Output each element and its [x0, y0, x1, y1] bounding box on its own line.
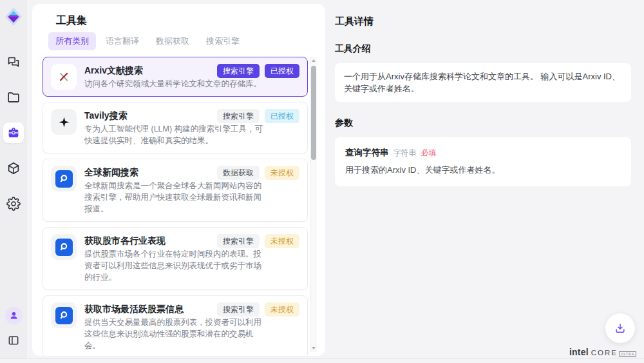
- download-icon: [614, 322, 627, 335]
- category-tab[interactable]: 语言翻译: [99, 32, 146, 50]
- search-blue-icon: [51, 166, 77, 191]
- param-name: 查询字符串: [345, 147, 389, 159]
- category-badge: 数据获取: [217, 166, 260, 180]
- collapse-sidebar-icon[interactable]: [3, 330, 24, 351]
- download-button[interactable]: [605, 313, 635, 343]
- category-badge: 搜索引擎: [217, 109, 260, 123]
- cube-icon: [6, 161, 21, 175]
- brand-intel-text: intel: [569, 347, 589, 357]
- auth-status-badge: 未授权: [265, 234, 299, 248]
- intel-core-logo: intel core ultra: [569, 347, 636, 357]
- bottom-divider: [0, 358, 644, 359]
- tool-detail-panel: 工具详情 工具介绍 一个用于从Arxiv存储库搜索科学论文和文章的工具。 输入可…: [335, 0, 631, 186]
- param-description: 用于搜索的Arxiv ID、关键字或作者姓名。: [345, 164, 621, 176]
- sidebar-item-cube[interactable]: [3, 158, 24, 179]
- chat-icon: [6, 55, 21, 69]
- tool-list-panel: 工具集 所有类别语言翻译数据获取搜索引擎 Arxiv文献搜索 访问各个研究领域大…: [32, 4, 325, 356]
- scroll-down-arrow-icon[interactable]: [310, 344, 317, 352]
- auth-status-badge: 已授权: [265, 109, 299, 123]
- category-tabs: 所有类别语言翻译数据获取搜索引擎: [48, 34, 325, 49]
- auth-status-badge: 已授权: [265, 64, 299, 78]
- auth-status-badge: 未授权: [265, 302, 299, 317]
- gear-icon: [6, 197, 21, 211]
- app-logo-icon: [4, 6, 23, 30]
- sidebar-item-chat[interactable]: [3, 52, 24, 72]
- page-title: 工具集: [32, 4, 325, 27]
- detail-title: 工具详情: [335, 15, 631, 28]
- intro-card: 一个用于从Arxiv存储库搜索科学论文和文章的工具。 输入可以是Arxiv ID…: [335, 63, 631, 102]
- tool-card[interactable]: Arxiv文献搜索 访问各个研究领域大量科学论文和文章的存储库。 搜索引擎 已授…: [43, 57, 308, 97]
- tool-card[interactable]: 获取股市各行业表现 提供股票市场各个行业在特定时间段内的表现。投资者可以利用这些…: [43, 227, 308, 290]
- category-badge: 搜索引擎: [217, 302, 260, 317]
- param-card: 查询字符串 字符串 必填 用于搜索的Arxiv ID、关键字或作者姓名。: [335, 137, 631, 186]
- brand-core-text: core: [591, 349, 618, 357]
- search-blue-icon: [51, 234, 77, 260]
- folder-icon: [6, 90, 21, 104]
- user-icon: [9, 311, 19, 320]
- tool-description: 访问各个研究领域大量科学论文和文章的存储库。: [84, 78, 263, 90]
- brand-ultra-badge: ultra: [619, 351, 636, 357]
- tool-cards-list: Arxiv文献搜索 访问各个研究领域大量科学论文和文章的存储库。 搜索引擎 已授…: [43, 57, 308, 356]
- category-tab[interactable]: 数据获取: [149, 32, 196, 50]
- category-badge: 搜索引擎: [217, 64, 260, 78]
- auth-status-badge: 未授权: [265, 166, 299, 180]
- sidebar: [0, 0, 27, 358]
- scrollbar-thumb[interactable]: [311, 66, 316, 160]
- param-type: 字符串: [393, 148, 417, 159]
- sparkle-icon: [51, 109, 77, 135]
- tool-card[interactable]: 全球新闻搜索 全球新闻搜索是一个聚合全球各大新闻网站内容的搜索引擎，帮助用户快速…: [43, 159, 308, 222]
- intro-heading: 工具介绍: [335, 43, 631, 55]
- intro-text: 一个用于从Arxiv存储库搜索科学论文和文章的工具。 输入可以是Arxiv ID…: [344, 72, 620, 93]
- category-tab[interactable]: 搜索引擎: [199, 32, 247, 50]
- toolbox-icon: [6, 126, 21, 140]
- params-heading: 参数: [335, 117, 631, 129]
- category-tab[interactable]: 所有类别: [48, 32, 96, 50]
- tool-card[interactable]: 获取市场最活跃股票信息 提供当天交易量最高的股票列表，投资者可以利用这些信息来识…: [43, 295, 308, 356]
- user-avatar[interactable]: [5, 307, 23, 324]
- search-blue-icon: [51, 302, 77, 328]
- sidebar-nav: [3, 52, 24, 214]
- tool-description: 提供当天交易量最高的股票列表，投资者可以利用这些信息来识别流动性强的股票和潜在的…: [84, 317, 263, 351]
- param-required-badge: 必填: [421, 148, 437, 159]
- arxiv-icon: [51, 64, 77, 90]
- sidebar-bottom: [3, 307, 24, 351]
- tool-description: 提供股票市场各个行业在特定时间段内的表现。投资者可以利用这些信息来识别表现优于或…: [84, 248, 263, 283]
- tool-card[interactable]: Tavily搜索 专为人工智能代理 (LLM) 构建的搜索引擎工具，可快速提供实…: [43, 102, 308, 153]
- category-badge: 搜索引擎: [217, 234, 260, 248]
- tool-description: 专为人工智能代理 (LLM) 构建的搜索引擎工具，可快速提供实时、准确和真实的结…: [84, 123, 263, 146]
- tool-description: 全球新闻搜索是一个聚合全球各大新闻网站内容的搜索引擎，帮助用户快速获取全球最新资…: [84, 180, 263, 215]
- scroll-up-arrow-icon[interactable]: [310, 57, 317, 64]
- scrollbar[interactable]: [310, 57, 317, 352]
- sidebar-item-folder[interactable]: [3, 87, 24, 108]
- sidebar-item-toolbox[interactable]: [3, 123, 24, 143]
- sidebar-item-gear[interactable]: [3, 193, 24, 214]
